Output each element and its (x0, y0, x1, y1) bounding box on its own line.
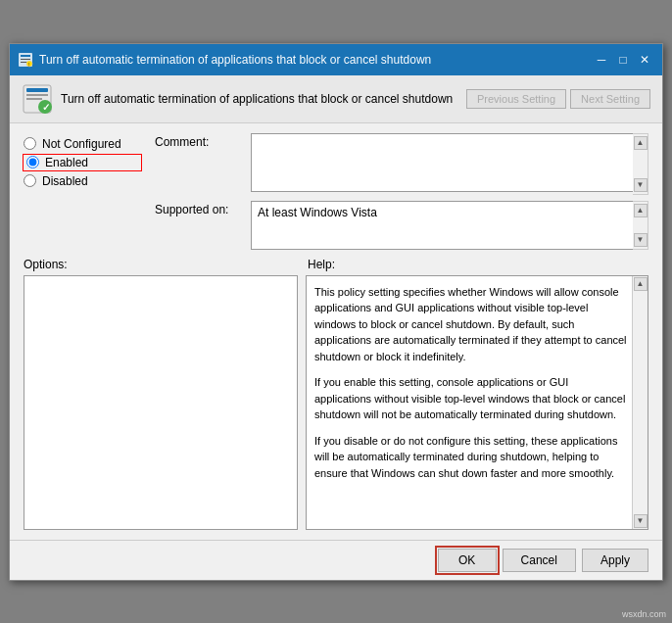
comment-label: Comment: (155, 133, 243, 149)
not-configured-radio[interactable] (24, 137, 36, 150)
help-para-3: If you disable or do not configure this … (314, 433, 628, 482)
help-scroll-up[interactable]: ▲ (634, 277, 648, 291)
disabled-option[interactable]: Disabled (24, 174, 141, 188)
options-col-label: Options: (24, 258, 308, 271)
not-configured-option[interactable]: Not Configured (24, 137, 141, 151)
close-button[interactable]: ✕ (635, 50, 654, 70)
header-buttons: Previous Setting Next Setting (466, 89, 650, 109)
header-left: ✓ Turn off automatic termination of appl… (22, 83, 458, 115)
bottom-buttons: OK Cancel Apply (10, 540, 662, 580)
disabled-radio[interactable] (24, 174, 36, 187)
enabled-radio[interactable] (26, 156, 39, 168)
title-text: Turn off automatic termination of applic… (39, 53, 431, 67)
header-title: Turn off automatic termination of applic… (61, 92, 453, 106)
header-bar: ✓ Turn off automatic termination of appl… (10, 75, 662, 123)
ok-button[interactable]: OK (438, 549, 497, 572)
scroll-up-arrow[interactable]: ▲ (634, 136, 648, 150)
svg-rect-2 (21, 59, 30, 60)
col-labels: Options: Help: (24, 258, 648, 271)
apply-button[interactable]: Apply (582, 549, 648, 572)
comment-row: Comment: ▲ ▼ (155, 133, 648, 195)
supported-scroll-up[interactable]: ▲ (634, 204, 648, 217)
comment-scrollbar[interactable]: ▲ ▼ (633, 133, 648, 195)
options-panel (24, 275, 298, 530)
help-scrollbar[interactable]: ▲ ▼ (632, 276, 648, 529)
col-panels: This policy setting specifies whether Wi… (24, 275, 648, 530)
two-col-section: Options: Help: This policy setting speci… (24, 258, 648, 530)
disabled-label: Disabled (42, 174, 88, 188)
svg-rect-3 (21, 62, 27, 63)
not-configured-label: Not Configured (42, 137, 121, 151)
supported-row: Supported on: At least Windows Vista ▲ ▼ (155, 201, 648, 250)
cancel-button[interactable]: Cancel (503, 549, 576, 572)
comment-textarea[interactable] (251, 133, 648, 192)
svg-text:✓: ✓ (42, 102, 50, 113)
supported-label: Supported on: (155, 201, 243, 216)
previous-setting-button[interactable]: Previous Setting (466, 89, 566, 109)
supported-scroll-down[interactable]: ▼ (634, 233, 648, 247)
minimize-button[interactable]: ─ (592, 50, 611, 70)
maximize-button[interactable]: □ (613, 50, 633, 70)
radio-group: Not Configured Enabled Disabled (24, 133, 141, 250)
title-bar: ! Turn off automatic termination of appl… (10, 44, 662, 75)
supported-value: At least Windows Vista (258, 206, 377, 219)
watermark: wsxdn.com (622, 609, 666, 619)
enabled-option[interactable]: Enabled (24, 155, 141, 170)
svg-rect-7 (26, 88, 48, 92)
next-setting-button[interactable]: Next Setting (570, 89, 650, 109)
dialog-window: ! Turn off automatic termination of appl… (9, 43, 663, 581)
enabled-label: Enabled (45, 156, 88, 169)
main-content: Not Configured Enabled Disabled Comment: (10, 123, 662, 540)
help-para-2: If you enable this setting, console appl… (314, 374, 628, 423)
supported-value-box: At least Windows Vista (251, 201, 648, 250)
help-para-1: This policy setting specifies whether Wi… (314, 284, 628, 365)
title-buttons: ─ □ ✕ (592, 50, 654, 70)
svg-rect-1 (21, 55, 30, 57)
svg-text:!: ! (28, 61, 29, 67)
header-policy-icon: ✓ (22, 83, 53, 115)
supported-scrollbar[interactable]: ▲ ▼ (633, 201, 648, 250)
policy-icon: ! (18, 52, 33, 68)
help-panel: This policy setting specifies whether Wi… (306, 275, 648, 530)
help-col-label: Help: (308, 258, 648, 271)
svg-rect-9 (26, 98, 42, 100)
svg-rect-8 (26, 94, 48, 96)
help-scroll-down[interactable]: ▼ (634, 514, 648, 528)
scroll-down-arrow[interactable]: ▼ (634, 178, 648, 192)
form-section: Comment: ▲ ▼ Supported on: At least Wind… (155, 133, 648, 250)
